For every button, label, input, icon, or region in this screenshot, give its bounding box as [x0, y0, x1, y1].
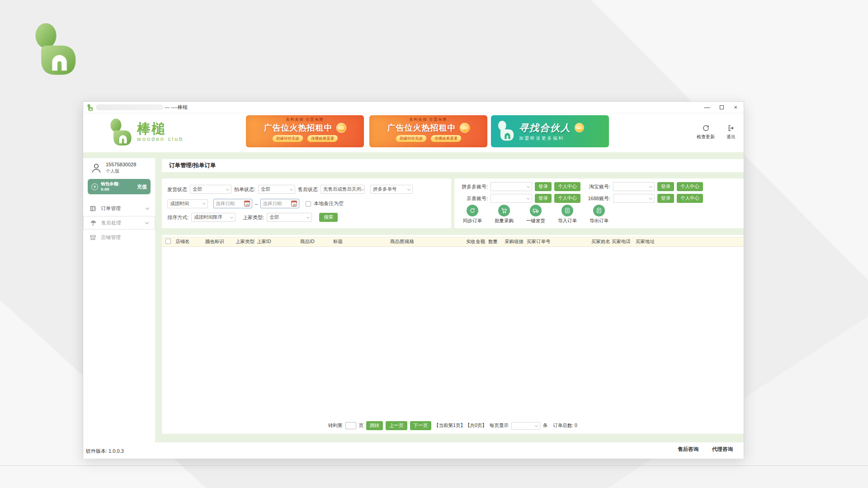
go-icon: GO — [336, 123, 346, 133]
jingxi-login-button[interactable]: 登录 — [535, 194, 552, 203]
user-plan: 个人版 — [106, 168, 136, 174]
minimize-button[interactable]: — — [704, 104, 710, 110]
one-click-ship-button[interactable]: 一键发货 — [525, 205, 547, 224]
search-button[interactable]: 搜索 — [319, 213, 338, 222]
import-doc-icon — [561, 205, 573, 216]
sidebar-item-label: 订单管理 — [101, 205, 121, 212]
column-header: 商品ID — [300, 239, 333, 245]
partner-banner[interactable]: 寻找合伙人 GO 加盟即送更多福利 — [491, 115, 609, 147]
aftersale-status-select[interactable]: 无售后或售后关闭 — [321, 185, 365, 194]
chevron-down-icon — [146, 206, 149, 209]
filter-panel: 发货状态 全部 拍单状态: 全部 售后状态 无售后或售后关闭 拼多多单号 成 — [162, 178, 451, 228]
check-update-button[interactable]: 检查更新 — [697, 124, 715, 140]
per-page-select[interactable] — [511, 422, 540, 430]
desktop-brand-logo — [31, 23, 78, 77]
batch-purchase-button[interactable]: 批量采购 — [493, 205, 515, 224]
exit-button[interactable]: 退出 — [726, 124, 736, 140]
sidebar-menu: 订单管理 售后处理 店铺管理 — [83, 202, 155, 245]
ali1688-account-select[interactable] — [613, 194, 655, 203]
next-page-button[interactable]: 下一页 — [410, 421, 432, 430]
agent-consult-link[interactable]: 代理咨询 — [712, 446, 733, 453]
orders-icon — [90, 205, 96, 212]
jump-button[interactable]: 跳转 — [366, 421, 383, 430]
maximize-button[interactable] — [720, 105, 724, 109]
bid-status-select[interactable]: 全部 — [258, 185, 295, 194]
chevron-down-icon — [290, 187, 293, 190]
sidebar-item-order-management[interactable]: 订单管理 — [83, 202, 155, 215]
calendar-icon: 15 — [291, 201, 297, 206]
chevron-down-icon — [230, 215, 233, 218]
ship-status-select[interactable]: 全部 — [190, 185, 231, 194]
export-orders-button[interactable]: 导出订单 — [588, 205, 610, 224]
partner-banner-logo — [496, 120, 514, 143]
umbrella-icon — [90, 220, 97, 226]
sort-select[interactable]: 成团时间降序 — [191, 213, 236, 222]
per-page-label: 每页显示 — [490, 422, 509, 429]
pdd-order-no-select[interactable]: 拼多多单号 — [370, 185, 413, 194]
jingxi-account-select[interactable] — [491, 194, 532, 203]
sidebar-item-aftersale[interactable]: 售后处理 — [83, 216, 155, 230]
pagination-bar: 转到第 页 跳转 上一页 下一页 【当前第1页】【共0页】 每页显示 条 订单总… — [162, 421, 744, 430]
aftersale-consult-link[interactable]: 售后咨询 — [678, 446, 698, 453]
calendar-icon: 15 — [244, 201, 250, 206]
column-header: 上家ID — [257, 239, 300, 245]
content-area: 15575830028 个人版 ¥ 钱包余额: 0.00 充值 订单管理 — [83, 152, 744, 442]
pdd-account-select[interactable] — [491, 182, 532, 191]
prev-page-button[interactable]: 上一页 — [386, 421, 407, 430]
column-header: 店铺名 — [175, 239, 205, 245]
pdd-login-button[interactable]: 登录 — [535, 182, 552, 191]
end-date-input[interactable]: 选择日期 15 — [260, 199, 299, 208]
app-header: 棒槌 wooden club 先到先得 位置有限 广告位火热招租中 GO 助爆特… — [83, 113, 744, 152]
ad-title: 广告位火热招租中 — [387, 122, 456, 133]
jingxi-profile-button[interactable]: 个人中心 — [554, 194, 580, 203]
taobao-login-button[interactable]: 登录 — [657, 182, 674, 191]
exit-label: 退出 — [726, 134, 736, 140]
sync-orders-button[interactable]: 同步订单 — [462, 205, 483, 224]
ad-badge: 传播效果显著 — [307, 135, 338, 142]
chevron-down-icon — [649, 196, 652, 199]
sidebar-item-shop-management[interactable]: 店铺管理 — [83, 230, 155, 244]
recharge-button[interactable]: 充值 — [137, 183, 147, 190]
bid-status-label: 拍单状态: — [234, 186, 255, 193]
brand-subtitle: wooden club — [137, 136, 184, 142]
ali1688-profile-button[interactable]: 个人中心 — [677, 194, 703, 203]
brand-title: 棒槌 — [137, 122, 184, 136]
sort-label: 排序方式: — [167, 214, 189, 221]
column-header: 买家地址 — [636, 239, 740, 245]
local-note-checkbox[interactable] — [306, 201, 311, 206]
titlebar: --- ----棒槌 — × — [83, 102, 744, 113]
local-note-label: 本地备注为空 — [314, 200, 344, 207]
ali1688-login-button[interactable]: 登录 — [657, 194, 674, 203]
sidebar-item-label: 售后处理 — [101, 220, 121, 226]
taobao-profile-button[interactable]: 个人中心 — [677, 182, 703, 191]
aftersale-status-label: 售后状态 — [298, 186, 318, 193]
desktop-divider — [0, 465, 868, 466]
chevron-down-icon — [527, 196, 530, 199]
user-phone: 15575830028 — [106, 162, 136, 167]
goto-page-input[interactable] — [345, 422, 356, 429]
ad-banner-2[interactable]: 先到先得 位置有限 广告位火热招租中 GO 助爆特价实惠 传播效果显著 — [369, 115, 487, 147]
taobao-account-select[interactable] — [613, 182, 655, 191]
column-header: 颜色标识 — [205, 239, 236, 245]
jingxi-account-label: 京喜账号: — [457, 195, 488, 202]
brand-logo: 棒槌 wooden club — [108, 118, 184, 146]
import-orders-button[interactable]: 导入订单 — [557, 205, 578, 224]
truck-icon — [530, 205, 542, 216]
sidebar-item-label: 店铺管理 — [101, 234, 121, 241]
column-header: 数量 — [488, 239, 505, 245]
select-all-checkbox[interactable] — [165, 239, 171, 244]
store-icon — [90, 234, 96, 241]
start-date-input[interactable]: 选择日期 15 — [213, 199, 252, 208]
time-type-select[interactable]: 成团时间 — [167, 199, 208, 208]
ad-banner-1[interactable]: 先到先得 位置有限 广告位火热招租中 GO 助爆特价实惠 传播效果显著 — [246, 115, 364, 147]
pdd-profile-button[interactable]: 个人中心 — [554, 182, 580, 191]
upstream-type-select[interactable]: 全部 — [267, 213, 312, 222]
ad-ribbon: 先到先得 位置有限 — [246, 117, 364, 122]
export-doc-icon — [593, 205, 605, 216]
close-button[interactable]: × — [734, 104, 737, 110]
upstream-type-label: 上家类型: — [243, 214, 264, 221]
chevron-down-icon — [203, 202, 206, 205]
column-header: 商品图 — [390, 239, 405, 245]
column-header: 买家订单号 — [527, 239, 591, 245]
order-total: 订单总数: 0 — [553, 422, 577, 429]
